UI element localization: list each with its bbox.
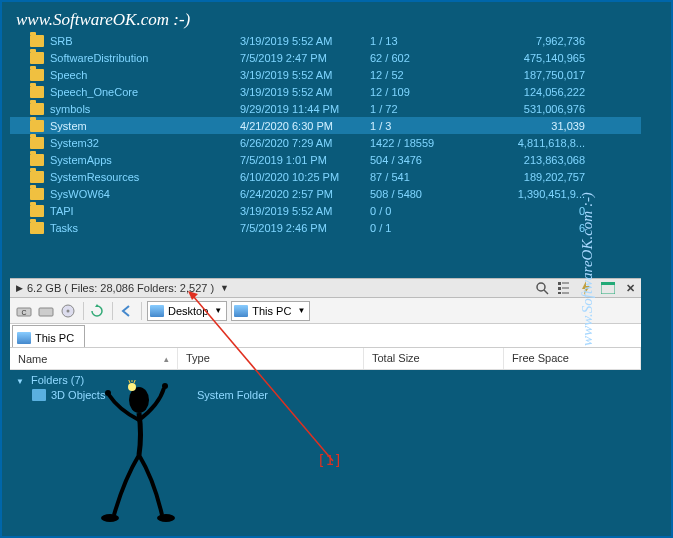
folder-icon [30, 222, 44, 234]
toolbar: C Desktop ▼ This PC ▼ [10, 298, 641, 324]
summary-text: 6.2 GB ( Files: 28,086 Folders: 2,527 ) [27, 282, 214, 294]
sort-icon: ▴ [164, 354, 169, 364]
folder-size: 531,006,976 [485, 103, 585, 115]
folder-size: 4,811,618,8... [485, 137, 585, 149]
svg-rect-9 [601, 282, 615, 285]
folder-date: 4/21/2020 6:30 PM [240, 120, 370, 132]
folder-size: 31,039 [485, 120, 585, 132]
folder-row[interactable]: symbols9/29/2019 11:44 PM1 / 72531,006,9… [10, 100, 641, 117]
folder-row[interactable]: SoftwareDistribution7/5/2019 2:47 PM62 /… [10, 49, 641, 66]
folder-row[interactable]: SRB3/19/2019 5:52 AM1 / 137,962,736 [10, 32, 641, 49]
folder-row[interactable]: Speech_OneCore3/19/2019 5:52 AM12 / 1091… [10, 83, 641, 100]
folder-icon [30, 120, 44, 132]
folder-name: System [50, 120, 240, 132]
header-type[interactable]: Type [178, 348, 364, 369]
tab-label: This PC [35, 332, 74, 344]
refresh-icon[interactable] [87, 301, 107, 321]
folder-count: 0 / 0 [370, 205, 485, 217]
folder-count: 1 / 72 [370, 103, 485, 115]
dropdown-icon[interactable]: ▼ [220, 283, 229, 293]
folder-icon [30, 154, 44, 166]
tree-icon[interactable] [556, 280, 572, 296]
expand-icon[interactable]: ▶ [16, 283, 23, 293]
svg-point-20 [157, 514, 175, 522]
header-total[interactable]: Total Size [364, 348, 504, 369]
tab-bar: This PC [10, 324, 641, 348]
folder-row[interactable]: SystemResources6/10/2020 10:25 PM87 / 54… [10, 168, 641, 185]
summary-bar: ▶ 6.2 GB ( Files: 28,086 Folders: 2,527 … [10, 278, 641, 298]
back-icon[interactable] [116, 301, 136, 321]
folder-date: 6/24/2020 2:57 PM [240, 188, 370, 200]
disc-icon[interactable] [58, 301, 78, 321]
folder-date: 3/19/2019 5:52 AM [240, 86, 370, 98]
folder-row[interactable]: SysWOW646/24/2020 2:57 PM508 / 54801,390… [10, 185, 641, 202]
folder-date: 3/19/2019 5:52 AM [240, 205, 370, 217]
svg-point-14 [67, 309, 70, 312]
folder-row[interactable]: SystemApps7/5/2019 1:01 PM504 / 3476213,… [10, 151, 641, 168]
folder-name: SysWOW64 [50, 188, 240, 200]
folder-size: 0 [485, 205, 585, 217]
cartoon-character [94, 380, 194, 530]
watermark-top: www.SoftwareOK.com :-) [16, 10, 190, 30]
folder-count: 1 / 3 [370, 120, 485, 132]
svg-point-18 [162, 383, 168, 389]
header-free[interactable]: Free Space [504, 348, 641, 369]
folder-size: 7,962,736 [485, 35, 585, 47]
header-name[interactable]: Name ▴ [10, 348, 178, 369]
thispc-label: This PC [252, 305, 291, 317]
folder-icon [30, 188, 44, 200]
folder-row[interactable]: System4/21/2020 6:30 PM1 / 331,039 [10, 117, 641, 134]
folder-count: 504 / 3476 [370, 154, 485, 166]
folder-icon [30, 205, 44, 217]
drive-c-icon[interactable]: C [14, 301, 34, 321]
folder-name: SystemApps [50, 154, 240, 166]
folder-count: 508 / 5480 [370, 188, 485, 200]
folder-size: 1,390,451,9... [485, 188, 585, 200]
folder-date: 9/29/2019 11:44 PM [240, 103, 370, 115]
tab-thispc[interactable]: This PC [12, 325, 85, 347]
folder-name: SRB [50, 35, 240, 47]
folder-count: 62 / 602 [370, 52, 485, 64]
svg-point-17 [105, 390, 111, 396]
folder-date: 3/19/2019 5:52 AM [240, 69, 370, 81]
folder-row[interactable]: System326/26/2020 7:29 AM1422 / 185594,8… [10, 134, 641, 151]
monitor-icon [17, 332, 31, 344]
folder-name: Speech_OneCore [50, 86, 240, 98]
folder-icon [30, 52, 44, 64]
svg-rect-4 [558, 292, 561, 294]
folder-name: System32 [50, 137, 240, 149]
folder-row[interactable]: Tasks7/5/2019 2:46 PM0 / 16 [10, 219, 641, 236]
desktop-dropdown[interactable]: Desktop ▼ [147, 301, 227, 321]
folder-icon [30, 103, 44, 115]
folder-name: TAPI [50, 205, 240, 217]
folder-date: 7/5/2019 1:01 PM [240, 154, 370, 166]
magnifier-icon[interactable] [534, 280, 550, 296]
folder-size: 6 [485, 222, 585, 234]
svg-text:C: C [21, 309, 26, 316]
desktop-icon [150, 305, 164, 317]
chevron-down-icon: ▼ [297, 306, 305, 315]
svg-point-16 [128, 383, 136, 391]
folder-icon [32, 389, 46, 401]
folder-date: 3/19/2019 5:52 AM [240, 35, 370, 47]
folder-name: Speech [50, 69, 240, 81]
window-icon[interactable] [600, 280, 616, 296]
collapse-icon: ▼ [16, 377, 24, 386]
folder-icon [30, 69, 44, 81]
folder-date: 7/5/2019 2:47 PM [240, 52, 370, 64]
folder-size: 124,056,222 [485, 86, 585, 98]
thispc-dropdown[interactable]: This PC ▼ [231, 301, 310, 321]
folder-date: 7/5/2019 2:46 PM [240, 222, 370, 234]
monitor-icon [234, 305, 248, 317]
folder-row[interactable]: TAPI3/19/2019 5:52 AM0 / 00 [10, 202, 641, 219]
folder-name: symbols [50, 103, 240, 115]
folder-size: 213,863,068 [485, 154, 585, 166]
desktop-label: Desktop [168, 305, 208, 317]
folder-row[interactable]: Speech3/19/2019 5:52 AM12 / 52187,750,01… [10, 66, 641, 83]
svg-rect-2 [558, 282, 561, 285]
folder-size: 189,202,757 [485, 171, 585, 183]
folder-name: SystemResources [50, 171, 240, 183]
column-headers: Name ▴ Type Total Size Free Space [10, 348, 641, 370]
drive-d-icon[interactable] [36, 301, 56, 321]
close-icon[interactable]: ✕ [622, 280, 638, 296]
